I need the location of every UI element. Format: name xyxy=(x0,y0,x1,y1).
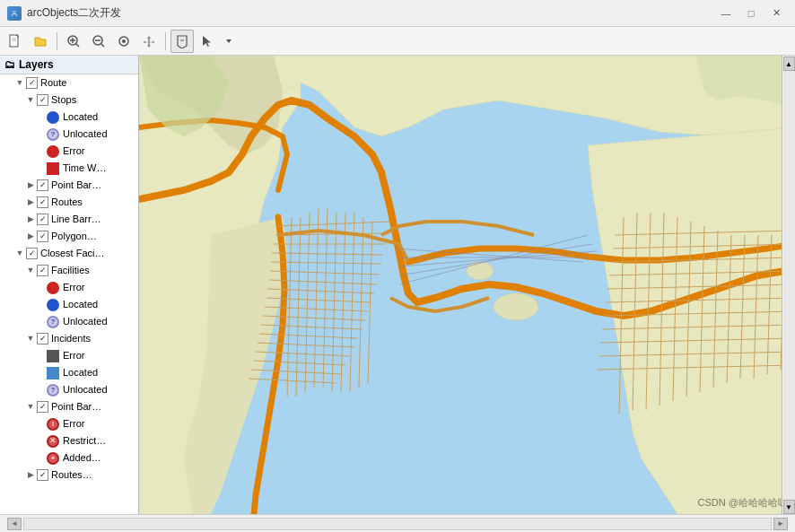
main-layout: 🗂 Layers ▼ Route ▼ Stops Located ? Unloc… xyxy=(0,56,795,514)
toolbar-sep-2 xyxy=(165,32,166,50)
scroll-down-btn[interactable]: ▼ xyxy=(783,500,795,514)
toc-title: Layers xyxy=(19,58,54,71)
inc-unlocated-icon: ? xyxy=(47,384,59,397)
expand-pb[interactable]: ▶ xyxy=(25,180,36,191)
toc-incidents[interactable]: ▼ Incidents xyxy=(0,330,138,347)
scroll-up-btn[interactable]: ▲ xyxy=(783,57,795,71)
watermark: CSDN @哈哈哈哈嗯 xyxy=(698,496,788,510)
toc-line-barriers[interactable]: ▶ Line Barr… xyxy=(0,211,138,228)
pb2-restrict-label: Restrict… xyxy=(63,433,136,449)
toc-facilities[interactable]: ▼ Facilities xyxy=(0,262,138,279)
zoom-in-button[interactable] xyxy=(62,30,85,53)
check-route[interactable] xyxy=(26,77,38,89)
open-button[interactable] xyxy=(29,30,52,53)
lb-label: Line Barr… xyxy=(51,212,136,227)
error-dot xyxy=(47,145,59,158)
fac-error-dot xyxy=(47,282,59,294)
check-inc[interactable] xyxy=(37,333,48,344)
toc-header: 🗂 Layers xyxy=(0,56,138,74)
scroll-track-v xyxy=(783,71,795,500)
zoom-full-button[interactable] xyxy=(112,30,135,53)
fac-located-label: Located xyxy=(63,297,136,312)
check-cf[interactable] xyxy=(26,248,38,259)
map-svg xyxy=(139,56,795,514)
close-button[interactable]: ✕ xyxy=(764,4,788,22)
expand-routes2[interactable]: ▶ xyxy=(25,470,36,481)
toc-pb2[interactable]: ▼ Point Bar… xyxy=(0,398,138,415)
pan-button[interactable] xyxy=(137,30,161,53)
toc-route[interactable]: ▼ Route xyxy=(0,74,138,92)
check-pb[interactable] xyxy=(37,179,48,191)
stops-time-label: Time W… xyxy=(63,161,136,176)
toc-fac-located: Located xyxy=(0,296,138,313)
new-button[interactable] xyxy=(4,30,27,53)
pb2-restrict-icon: ✕ xyxy=(47,435,59,448)
toc-stops[interactable]: ▼ Stops xyxy=(0,92,138,109)
fac-unlocated-label: Unlocated xyxy=(63,314,136,329)
fac-label: Facilities xyxy=(51,263,136,278)
check-stops[interactable] xyxy=(37,94,48,106)
toc-routes2[interactable]: ▶ Routes… xyxy=(0,467,138,484)
expand-fac[interactable]: ▼ xyxy=(25,266,36,276)
check-routes[interactable] xyxy=(37,196,48,208)
app-icon: A xyxy=(7,6,22,21)
expand-route[interactable]: ▼ xyxy=(14,78,25,89)
toolbar xyxy=(0,27,795,56)
toc-pb2-added: + Added… xyxy=(0,449,138,467)
inc-label: Incidents xyxy=(51,331,136,346)
check-routes2[interactable] xyxy=(37,469,48,481)
expand-pb2[interactable]: ▼ xyxy=(25,402,36,413)
unlocated-icon: ? xyxy=(47,128,59,141)
map-vscroll[interactable]: ▲ ▼ xyxy=(782,56,795,514)
toc-stops-time: Time W… xyxy=(0,160,138,177)
check-poly[interactable] xyxy=(37,231,48,242)
routes-label: Routes xyxy=(51,195,136,210)
toc-inc-located: Located xyxy=(0,364,138,381)
svg-line-8 xyxy=(101,43,105,47)
pb2-label: Point Bar… xyxy=(51,399,136,414)
check-pb2[interactable] xyxy=(37,401,48,413)
maximize-button[interactable]: □ xyxy=(739,4,763,22)
toc-inc-unlocated: ? Unlocated xyxy=(0,381,138,398)
expand-routes[interactable]: ▶ xyxy=(25,197,36,208)
identify-button[interactable] xyxy=(170,30,194,53)
app-title: arcObjects二次开发 xyxy=(27,5,121,21)
zoom-out-button[interactable] xyxy=(87,30,110,53)
stops-error-label: Error xyxy=(63,144,136,159)
stops-label: Stops xyxy=(51,92,136,108)
pb-label: Point Bar… xyxy=(51,178,136,193)
svg-marker-12 xyxy=(178,36,187,48)
map-area[interactable]: CSDN @哈哈哈哈嗯 ▲ ▼ xyxy=(139,56,795,514)
inc-located-label: Located xyxy=(63,365,136,380)
hscroll-area: ◄ ► xyxy=(7,518,788,530)
stops-unlocated-label: Unlocated xyxy=(63,126,136,142)
expand-stops[interactable]: ▼ xyxy=(25,95,36,106)
toc-fac-error: Error xyxy=(0,279,138,296)
select-dropdown[interactable] xyxy=(221,30,237,53)
expand-cf[interactable]: ▼ xyxy=(14,249,25,259)
select-button[interactable] xyxy=(196,30,219,53)
title-bar-left: A arcObjects二次开发 xyxy=(7,5,121,21)
scroll-right-btn[interactable]: ► xyxy=(773,518,788,530)
title-controls: — □ ✕ xyxy=(714,4,788,22)
toc-stops-located: Located xyxy=(0,109,138,126)
check-fac[interactable] xyxy=(37,265,48,276)
check-lb[interactable] xyxy=(37,214,48,225)
toc-stops-error: Error xyxy=(0,143,138,160)
toc-panel: 🗂 Layers ▼ Route ▼ Stops Located ? Unloc… xyxy=(0,56,139,514)
pb2-added-icon: + xyxy=(47,452,59,465)
expand-poly[interactable]: ▶ xyxy=(25,231,36,242)
expand-inc[interactable]: ▼ xyxy=(25,334,36,344)
fac-unlocated-icon: ? xyxy=(47,316,59,328)
expand-lb[interactable]: ▶ xyxy=(25,214,36,225)
svg-line-4 xyxy=(76,43,80,47)
scroll-left-btn[interactable]: ◄ xyxy=(7,518,22,530)
toc-closest-faci[interactable]: ▼ Closest Faci… xyxy=(0,245,138,262)
stops-located-label: Located xyxy=(63,109,136,125)
toc-routes[interactable]: ▶ Routes xyxy=(0,194,138,211)
inc-error-sq xyxy=(47,350,59,362)
toc-point-barriers[interactable]: ▶ Point Bar… xyxy=(0,177,138,194)
minimize-button[interactable]: — xyxy=(714,4,738,22)
toc-polygon[interactable]: ▶ Polygon… xyxy=(0,228,138,245)
located-dot xyxy=(47,111,59,124)
